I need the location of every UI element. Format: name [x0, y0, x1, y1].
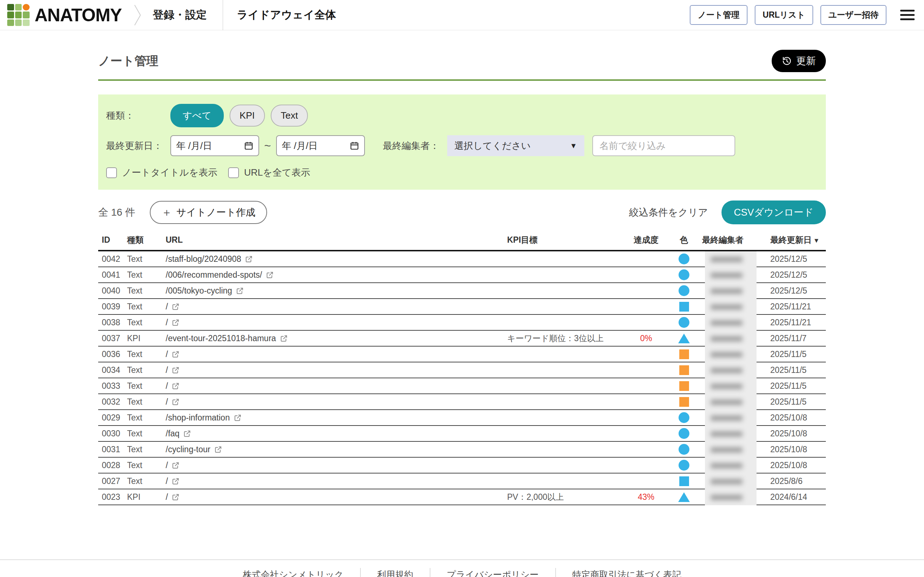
note-id: 0030: [98, 429, 127, 438]
external-link-icon[interactable]: [171, 350, 180, 358]
note-id: 0036: [98, 350, 127, 359]
note-type: Text: [127, 476, 162, 486]
show-note-title-checkbox[interactable]: [106, 167, 117, 178]
triangle-shape-icon: [678, 334, 690, 343]
table-row[interactable]: 0027Text/2025/8/6: [98, 474, 826, 489]
table-row[interactable]: 0034Text/2025/11/5: [98, 363, 826, 378]
show-all-urls-label: URLを全て表示: [244, 166, 310, 179]
external-link-icon[interactable]: [245, 255, 253, 263]
nav-note-management-button[interactable]: ノート管理: [690, 5, 748, 25]
table-header-row: ID 種類 URL KPI目標 達成度 色 最終編集者 最終更新日▼: [98, 234, 826, 251]
square-shape-icon: [679, 476, 689, 486]
hamburger-menu-icon[interactable]: [900, 10, 914, 20]
last-updated-date: 2025/11/5: [762, 397, 826, 407]
note-type: Text: [127, 254, 162, 264]
redacted-editor-name: [705, 474, 756, 489]
refresh-button[interactable]: 更新: [772, 50, 826, 72]
color-shape-cell: [666, 412, 702, 423]
date-range-separator: ~: [264, 139, 271, 153]
color-shape-cell: [666, 269, 702, 280]
editor-cell: [702, 394, 762, 409]
clear-filters-link[interactable]: 絞込条件をクリア: [629, 206, 708, 219]
col-header-rate: 達成度: [626, 234, 666, 246]
last-updated-date: 2025/10/8: [762, 413, 826, 423]
note-url-text: /: [166, 476, 168, 486]
external-link-icon[interactable]: [171, 382, 180, 390]
calendar-icon[interactable]: [350, 141, 359, 150]
footer-company-link[interactable]: 株式会社シンメトリック: [243, 569, 344, 577]
calendar-icon[interactable]: [244, 141, 254, 150]
external-link-icon[interactable]: [171, 493, 180, 501]
footer-divider: [360, 568, 360, 577]
note-id: 0032: [98, 397, 127, 407]
last-updated-date: 2025/10/8: [762, 445, 826, 455]
date-to-placeholder: 年 /月/日: [282, 140, 318, 152]
external-link-icon[interactable]: [280, 334, 288, 343]
date-to-input[interactable]: 年 /月/日: [276, 135, 365, 156]
col-header-editor: 最終編集者: [702, 234, 762, 246]
col-header-date[interactable]: 最終更新日▼: [762, 234, 826, 246]
redacted-editor-name: [705, 426, 756, 442]
note-url-text: /006/recommended-spots/: [166, 270, 262, 280]
circle-shape-icon: [678, 460, 690, 471]
note-url-text: /: [166, 302, 168, 311]
nav-url-list-button[interactable]: URLリスト: [755, 5, 813, 25]
external-link-icon[interactable]: [234, 414, 242, 422]
date-filter-label: 最終更新日：: [106, 140, 170, 152]
external-link-icon[interactable]: [171, 366, 180, 374]
note-id: 0033: [98, 381, 127, 391]
type-filter-all-button[interactable]: すべて: [170, 104, 224, 127]
name-filter-input[interactable]: [592, 135, 735, 156]
note-type: Text: [127, 381, 162, 391]
csv-download-button[interactable]: CSVダウンロード: [722, 200, 826, 224]
note-url: /cycling-tour: [162, 445, 507, 455]
external-link-icon[interactable]: [171, 318, 180, 327]
note-url: /event-tour-20251018-hamura: [162, 334, 507, 343]
table-row[interactable]: 0041Text/006/recommended-spots/2025/12/5: [98, 267, 826, 283]
achievement-rate: 43%: [626, 492, 666, 502]
note-url: /006/recommended-spots/: [162, 270, 507, 280]
table-row[interactable]: 0036Text/2025/11/5: [98, 347, 826, 363]
square-shape-icon: [679, 302, 689, 311]
table-row[interactable]: 0032Text/2025/11/5: [98, 394, 826, 410]
refresh-label: 更新: [796, 55, 816, 68]
date-from-input[interactable]: 年 /月/日: [170, 135, 259, 156]
table-row[interactable]: 0023KPI/PV：2,000以上43%2024/6/14: [98, 489, 826, 505]
table-row[interactable]: 0030Text/faq2025/10/8: [98, 426, 826, 442]
external-link-icon[interactable]: [236, 287, 244, 295]
table-row[interactable]: 0039Text/2025/11/21: [98, 299, 826, 315]
create-site-note-button[interactable]: ＋ サイトノート作成: [150, 201, 267, 224]
table-row[interactable]: 0028Text/2025/10/8: [98, 458, 826, 474]
table-row[interactable]: 0038Text/2025/11/21: [98, 315, 826, 331]
footer-commerce-link[interactable]: 特定商取引法に基づく表記: [572, 569, 682, 577]
table-row[interactable]: 0031Text/cycling-tour2025/10/8: [98, 442, 826, 458]
external-link-icon[interactable]: [214, 445, 222, 454]
type-filter-text-button[interactable]: Text: [271, 105, 308, 127]
nav-user-invite-button[interactable]: ユーザー招待: [821, 5, 887, 25]
external-link-icon[interactable]: [171, 461, 180, 469]
external-link-icon[interactable]: [171, 477, 180, 485]
table-row[interactable]: 0033Text/2025/11/5: [98, 378, 826, 394]
table-row[interactable]: 0042Text/staff-blog/202409082025/12/5: [98, 251, 826, 267]
table-row[interactable]: 0037KPI/event-tour-20251018-hamuraキーワード順…: [98, 331, 826, 347]
editor-select[interactable]: 選択してください ▼: [447, 135, 584, 156]
col-header-color: 色: [666, 234, 702, 246]
footer-privacy-link[interactable]: プライバシーポリシー: [447, 569, 539, 577]
footer-terms-link[interactable]: 利用規約: [377, 569, 413, 577]
main-content: ノート管理 更新 種類： すべて KPI Text 最終更新日： 年 /月/日 …: [98, 50, 826, 505]
type-filter-kpi-button[interactable]: KPI: [229, 105, 265, 127]
color-shape-cell: [666, 397, 702, 407]
redacted-editor-name: [705, 489, 756, 505]
external-link-icon[interactable]: [171, 303, 180, 311]
editor-filter-label: 最終編集者：: [383, 140, 439, 152]
color-shape-cell: [666, 460, 702, 471]
note-type: Text: [127, 270, 162, 280]
table-row[interactable]: 0040Text/005/tokyo-cycling2025/12/5: [98, 283, 826, 299]
external-link-icon[interactable]: [266, 271, 274, 279]
table-body: 0042Text/staff-blog/202409082025/12/5004…: [98, 251, 826, 505]
note-id: 0037: [98, 334, 127, 343]
external-link-icon[interactable]: [183, 429, 191, 438]
table-row[interactable]: 0029Text/shop-information2025/10/8: [98, 410, 826, 426]
external-link-icon[interactable]: [171, 398, 180, 406]
show-all-urls-checkbox[interactable]: [228, 167, 239, 178]
